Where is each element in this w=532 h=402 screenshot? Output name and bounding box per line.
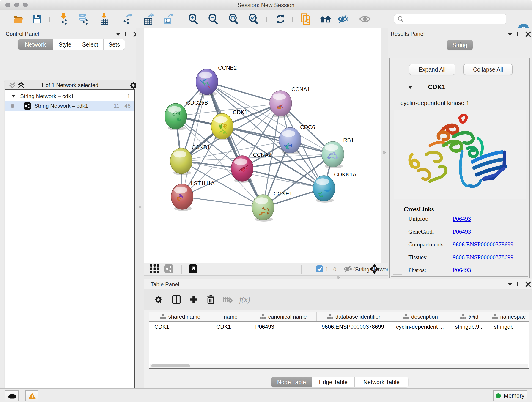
right-splitter[interactable] bbox=[381, 28, 388, 279]
tab-edge-table[interactable]: Edge Table bbox=[312, 377, 355, 387]
cloud-button[interactable] bbox=[5, 390, 19, 401]
warnings-button[interactable] bbox=[25, 390, 38, 401]
save-session-button[interactable] bbox=[31, 13, 43, 25]
zoom-in-button[interactable] bbox=[187, 13, 199, 25]
undock-panel-icon[interactable] bbox=[125, 32, 129, 36]
table-cell[interactable]: cyclin-dependent ... bbox=[391, 322, 450, 332]
table-cell[interactable]: P06493 bbox=[250, 322, 317, 332]
column-header[interactable]: namespac bbox=[489, 312, 529, 321]
crosslink-link[interactable]: 9606.ENSP00000378699 bbox=[453, 241, 513, 248]
add-column-icon[interactable] bbox=[190, 295, 198, 304]
network-node-cdkn1a[interactable]: CDKN1A bbox=[313, 172, 356, 203]
crosslink-link[interactable]: P06493 bbox=[453, 216, 471, 222]
show-all-button[interactable] bbox=[359, 13, 371, 25]
float-panel-icon[interactable] bbox=[507, 283, 513, 286]
table-hscrollbar-thumb[interactable] bbox=[151, 364, 190, 367]
column-header[interactable]: description bbox=[391, 312, 450, 321]
close-panel-icon[interactable] bbox=[525, 32, 531, 37]
crosslink-link[interactable]: P06493 bbox=[453, 267, 471, 274]
apply-layout-button[interactable] bbox=[274, 13, 286, 25]
network-node-cdc25b[interactable]: CDC25B bbox=[165, 99, 208, 130]
open-session-button[interactable] bbox=[12, 13, 24, 25]
function-builder-button[interactable]: f(x) bbox=[239, 295, 250, 304]
splitter-handle[interactable] bbox=[337, 276, 340, 279]
left-splitter[interactable] bbox=[136, 28, 144, 388]
tab-sets[interactable]: Sets bbox=[104, 39, 125, 50]
column-type-icon bbox=[460, 314, 466, 319]
column-header[interactable]: database identifier bbox=[317, 312, 391, 321]
network-node-ccnb2[interactable]: CCNB2 bbox=[196, 65, 237, 96]
column-header[interactable]: name bbox=[211, 312, 250, 321]
column-header[interactable]: @id bbox=[450, 312, 489, 321]
table-cell[interactable]: stringdb:9... bbox=[450, 322, 489, 332]
table-row[interactable]: CDK1CDK1P064939606.ENSP00000378699cyclin… bbox=[149, 322, 529, 332]
tab-string[interactable]: String bbox=[447, 40, 473, 50]
import-network-button[interactable] bbox=[58, 13, 70, 25]
network-edge[interactable] bbox=[207, 82, 263, 207]
crosslink-link[interactable]: P06493 bbox=[453, 228, 471, 235]
export-table-button[interactable] bbox=[143, 13, 155, 25]
first-neighbors-button[interactable] bbox=[320, 13, 332, 25]
table-cell[interactable]: 9606.ENSP00000378699 bbox=[317, 322, 391, 332]
undock-panel-icon[interactable] bbox=[517, 32, 521, 36]
tab-network[interactable]: Network bbox=[18, 39, 53, 50]
network-node-ccne1[interactable]: CCNE1 bbox=[252, 191, 292, 222]
clone-network-button[interactable] bbox=[299, 13, 311, 25]
network-edge[interactable] bbox=[207, 82, 281, 103]
table-cell[interactable]: CDK1 bbox=[149, 322, 211, 332]
selected-checkbox[interactable] bbox=[316, 265, 323, 273]
tree-expander-icon[interactable] bbox=[12, 95, 16, 97]
splitter-handle[interactable] bbox=[383, 151, 386, 154]
float-panel-icon[interactable] bbox=[507, 32, 513, 36]
hidden-toggle[interactable] bbox=[344, 266, 352, 273]
network-node-cdc6[interactable]: CDC6 bbox=[279, 124, 315, 154]
tab-network-table[interactable]: Network Table bbox=[355, 377, 408, 387]
network-node-cdk1[interactable]: CDK1 bbox=[211, 109, 247, 140]
network-type-button[interactable] bbox=[164, 264, 173, 274]
columns-icon[interactable] bbox=[172, 295, 181, 304]
tab-select[interactable]: Select bbox=[77, 39, 104, 50]
import-network-from-database-button[interactable] bbox=[77, 13, 89, 25]
table-cell[interactable]: CDK1 bbox=[211, 322, 250, 332]
crosslink-link[interactable]: 9606.ENSP00000378699 bbox=[453, 254, 513, 261]
network-graph[interactable]: CCNB2CCNA1CDC25BCDK1CDC6RB1CCNB1CCNA2CDK… bbox=[144, 28, 381, 263]
export-image-button[interactable] bbox=[162, 13, 174, 25]
network-view-canvas[interactable]: CCNB2CCNA1CDC25BCDK1CDC6RB1CCNB1CCNA2CDK… bbox=[144, 28, 381, 263]
memory-button[interactable]: Memory bbox=[493, 390, 527, 401]
table-cell[interactable]: stringdb bbox=[489, 322, 529, 332]
network-edge[interactable] bbox=[182, 197, 263, 207]
tab-node-table[interactable]: Node Table bbox=[271, 377, 312, 387]
view-grid-button[interactable] bbox=[150, 264, 159, 274]
gene-section-header[interactable]: CDK1 bbox=[391, 80, 528, 96]
zoom-fit-button[interactable] bbox=[228, 13, 239, 25]
export-network-button[interactable] bbox=[121, 13, 133, 25]
detach-view-button[interactable] bbox=[189, 264, 197, 274]
close-panel-icon[interactable] bbox=[525, 281, 531, 287]
delete-table-icon[interactable] bbox=[223, 296, 233, 303]
network-row-selected[interactable]: String Network – cdk1 11 48 bbox=[6, 101, 134, 111]
zoom-selected-button[interactable] bbox=[247, 13, 259, 25]
undock-panel-icon[interactable] bbox=[517, 282, 521, 286]
float-panel-icon[interactable] bbox=[116, 32, 121, 36]
table-hscrollbar[interactable] bbox=[150, 364, 528, 368]
splitter-handle[interactable] bbox=[139, 206, 141, 208]
results-scrollbar-thumb[interactable] bbox=[393, 274, 402, 275]
network-node-hist1h1a[interactable]: HIST1H1A bbox=[171, 180, 215, 211]
delete-column-icon[interactable] bbox=[207, 295, 215, 304]
collapse-all-button[interactable]: Collapse All bbox=[463, 64, 513, 75]
network-collection-row[interactable]: String Network – cdk1 1 bbox=[6, 91, 134, 101]
expand-all-button[interactable]: Expand All bbox=[409, 64, 455, 75]
network-edge[interactable] bbox=[182, 82, 207, 197]
column-header[interactable]: canonical name bbox=[250, 312, 317, 321]
search-input[interactable] bbox=[404, 15, 506, 23]
protein-structure-image bbox=[394, 109, 526, 199]
tab-style[interactable]: Style bbox=[53, 39, 77, 50]
column-header[interactable]: shared name bbox=[149, 312, 211, 321]
hide-selected-button[interactable] bbox=[337, 13, 349, 25]
zoom-out-button[interactable] bbox=[207, 13, 219, 25]
section-expander-icon[interactable] bbox=[408, 86, 413, 89]
network-node-rb1[interactable]: RB1 bbox=[322, 137, 354, 168]
import-table-button[interactable] bbox=[98, 13, 110, 25]
gear-icon[interactable] bbox=[154, 295, 162, 304]
birdseye-toggle-button[interactable] bbox=[370, 264, 379, 274]
